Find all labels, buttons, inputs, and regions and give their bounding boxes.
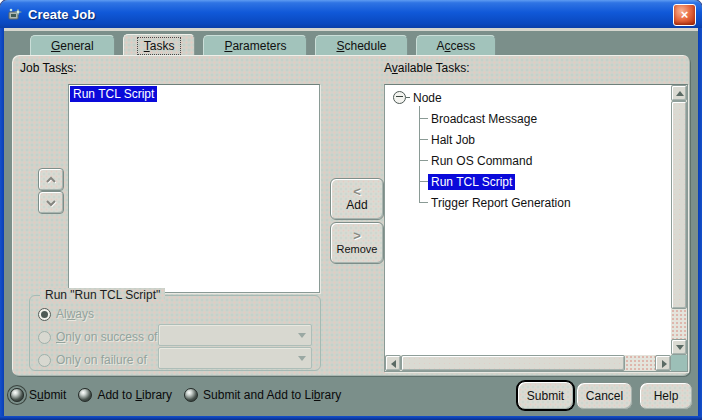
chevron-down-icon — [45, 199, 57, 207]
radio-always[interactable] — [38, 308, 51, 321]
tab-general[interactable]: General — [30, 35, 115, 56]
tab-content-panel: Job Tasks: Run TCL Script < Add > Remove… — [12, 55, 690, 376]
run-condition-group: Run "Run TCL Script" Always Only on succ… — [29, 295, 321, 371]
tab-tasks[interactable]: Tasks — [123, 34, 196, 57]
scrollbar-corner — [671, 355, 687, 371]
add-button[interactable]: < Add — [330, 178, 384, 220]
chevron-right-icon: > — [353, 230, 361, 242]
window-icon — [7, 6, 23, 22]
horizontal-scrollbar[interactable] — [385, 355, 671, 371]
available-tasks-tree: Node Broadcast MessageHalt JobRun OS Com… — [384, 84, 688, 372]
tab-access[interactable]: Access — [416, 35, 497, 56]
radio-only-on-success-label: Only on success of — [56, 330, 157, 344]
tab-label: Schedule — [329, 37, 393, 55]
vertical-scroll-thumb[interactable] — [671, 101, 687, 309]
horizontal-scroll-thumb[interactable] — [401, 355, 625, 371]
frame-highlight — [4, 28, 698, 31]
radio-icon[interactable] — [184, 388, 198, 402]
tree-item[interactable]: Halt Job — [386, 129, 670, 150]
chevron-down-icon — [298, 356, 306, 361]
window-border — [698, 28, 702, 420]
cancel-button-label: Cancel — [586, 389, 623, 403]
failure-of-dropdown[interactable] — [158, 347, 312, 369]
submit-button[interactable]: Submit — [517, 381, 574, 410]
remove-button-label: Remove — [337, 242, 378, 256]
tab-schedule[interactable]: Schedule — [315, 35, 407, 56]
radio-icon[interactable] — [10, 388, 24, 402]
move-up-button[interactable] — [38, 168, 64, 191]
radio-submit-and-add-to-library[interactable]: Submit and Add to Library — [184, 388, 341, 402]
radio-submit[interactable]: Submit — [10, 388, 66, 402]
tree: Node Broadcast MessageHalt JobRun OS Com… — [386, 87, 670, 354]
tab-label: General — [44, 37, 101, 55]
success-of-dropdown[interactable] — [158, 324, 312, 346]
arrow-right-icon — [662, 360, 667, 368]
tab-parameters[interactable]: Parameters — [203, 35, 307, 56]
tree-item-label: Halt Job — [428, 132, 478, 148]
help-button[interactable]: Help — [639, 382, 693, 410]
arrow-down-icon — [676, 345, 684, 350]
tab-strip: General Tasks Parameters Schedule Access — [30, 35, 496, 57]
tree-root-label: Node — [410, 90, 445, 106]
scroll-up-button[interactable] — [671, 85, 687, 101]
radio-label: Submit and Add to Library — [203, 388, 341, 402]
chevron-up-icon — [45, 176, 57, 184]
tree-item[interactable]: Trigger Report Generation — [386, 192, 670, 213]
radio-icon[interactable] — [78, 388, 92, 402]
scroll-down-button[interactable] — [671, 339, 687, 355]
submit-mode-radio-group: SubmitAdd to LibrarySubmit and Add to Li… — [10, 386, 341, 404]
scroll-left-button[interactable] — [385, 355, 401, 371]
submit-button-label: Submit — [527, 389, 564, 403]
radio-label: Submit — [29, 388, 66, 402]
vertical-scrollbar[interactable] — [671, 85, 687, 355]
tab-label: Parameters — [217, 37, 293, 55]
window-title: Create Job — [28, 7, 95, 22]
collapse-icon[interactable] — [393, 91, 406, 104]
scroll-right-button[interactable] — [655, 355, 671, 371]
cancel-button[interactable]: Cancel — [576, 382, 633, 410]
job-tasks-label: Job Tasks: — [20, 61, 76, 75]
tree-item[interactable]: Run TCL Script — [386, 171, 670, 192]
job-tasks-list[interactable]: Run TCL Script — [68, 84, 320, 293]
radio-add-to-library[interactable]: Add to Library — [78, 388, 172, 402]
radio-only-on-failure-label: Only on failure of — [56, 353, 147, 367]
tree-root-row[interactable]: Node — [386, 87, 670, 108]
arrow-left-icon — [391, 360, 396, 368]
help-button-label: Help — [654, 389, 679, 403]
radio-only-on-failure[interactable] — [38, 354, 51, 367]
available-tasks-label: Available Tasks: — [384, 61, 470, 75]
chevron-left-icon: < — [353, 186, 361, 198]
move-down-button[interactable] — [38, 191, 64, 214]
tree-item-label: Broadcast Message — [428, 111, 540, 127]
arrow-up-icon — [676, 91, 684, 96]
window-border — [0, 416, 702, 420]
titlebar[interactable]: Create Job × — [0, 0, 702, 28]
tree-item-label: Trigger Report Generation — [428, 195, 574, 211]
add-button-label: Add — [346, 198, 367, 212]
tree-item-label: Run TCL Script — [428, 174, 515, 190]
tree-children: Broadcast MessageHalt JobRun OS CommandR… — [386, 108, 670, 213]
tree-item-label: Run OS Command — [428, 153, 535, 169]
window-border — [0, 28, 4, 420]
list-item[interactable]: Run TCL Script — [70, 86, 157, 102]
chevron-down-icon — [298, 333, 306, 338]
radio-only-on-success[interactable] — [38, 331, 51, 344]
create-job-window: Create Job × General Tasks Parameters Sc… — [0, 0, 702, 420]
tab-label: Access — [430, 37, 483, 55]
group-title: Run "Run TCL Script" — [40, 288, 165, 302]
close-button[interactable]: × — [673, 4, 696, 26]
radio-always-label: Always — [56, 307, 94, 321]
radio-label: Add to Library — [97, 388, 172, 402]
tree-item[interactable]: Run OS Command — [386, 150, 670, 171]
remove-button[interactable]: > Remove — [330, 222, 384, 264]
tab-label: Tasks — [137, 37, 182, 55]
tree-item[interactable]: Broadcast Message — [386, 108, 670, 129]
